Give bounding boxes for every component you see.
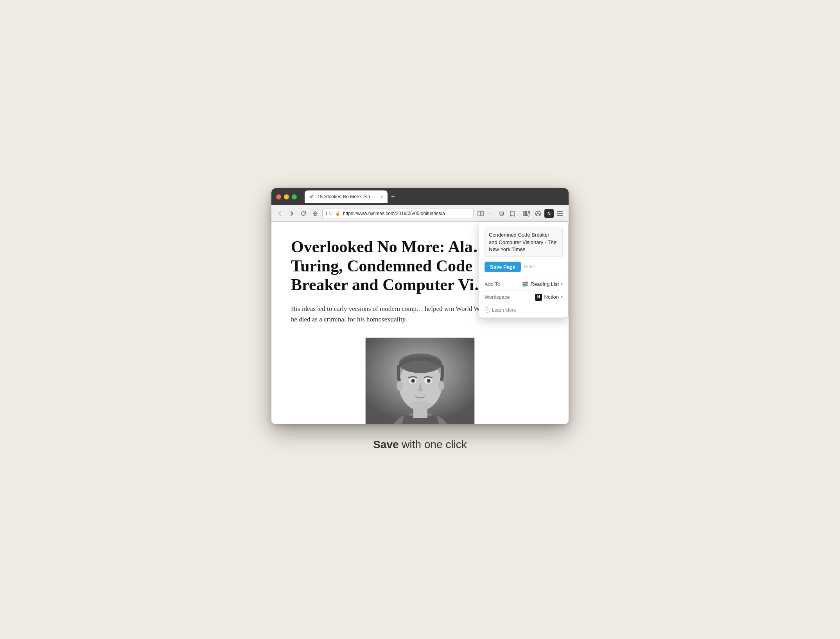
svg-rect-2 [481, 211, 483, 216]
popup-save-row: Save Page Enter [485, 262, 563, 272]
info-icon: ℹ [326, 211, 327, 216]
tab-favicon: 𝒯 [309, 194, 315, 199]
svg-rect-24 [413, 406, 427, 418]
reading-list-icon [522, 282, 528, 287]
toolbar: ℹ 🛡 🔒 https://www.nytimes.com/2019/06/05… [271, 205, 569, 222]
notion-workspace-selector[interactable]: N Notion ▾ [535, 294, 563, 301]
turing-portrait [366, 338, 475, 424]
save-page-button[interactable]: Save Page [485, 262, 521, 272]
svg-point-16 [438, 381, 444, 390]
reading-list-selector[interactable]: Reading List ▾ [522, 281, 563, 287]
notion-extension-button[interactable]: N [544, 209, 554, 218]
new-tab-button[interactable]: + [391, 193, 395, 200]
svg-rect-0 [314, 214, 316, 215]
bookmark-button[interactable] [508, 209, 517, 218]
lock-icon: 🔒 [335, 211, 341, 216]
tab-bar: 𝒯 Overlooked No More: Alan Turin... × + [305, 190, 564, 203]
menu-button[interactable] [555, 209, 565, 218]
reading-list-label: Reading List [531, 281, 559, 287]
more-button[interactable]: ··· [487, 209, 495, 218]
active-tab[interactable]: 𝒯 Overlooked No More: Alan Turin... × [305, 190, 388, 203]
title-bar: 𝒯 Overlooked No More: Alan Turin... × + [271, 188, 569, 205]
learn-more-icon: ? [485, 307, 490, 313]
minimize-window-button[interactable] [284, 194, 289, 199]
notion-popup: Condemned Code Breaker and Computer Visi… [479, 222, 569, 318]
reader-mode-button[interactable] [476, 209, 485, 218]
bottom-save-bold: Save [373, 438, 398, 451]
tab-close-button[interactable]: × [381, 194, 383, 199]
profile-button[interactable] [533, 209, 543, 218]
browser-window: 𝒯 Overlooked No More: Alan Turin... × + [271, 188, 569, 424]
tab-title: Overlooked No More: Alan Turin... [318, 194, 376, 199]
svg-rect-4 [526, 211, 527, 216]
bottom-caption: Save with one click [373, 438, 467, 451]
pocket-button[interactable] [497, 209, 506, 218]
home-button[interactable] [311, 209, 320, 218]
article-subtitle: His ideas led to early versions of moder… [291, 303, 510, 325]
article-image-container [365, 337, 475, 424]
shield-icon: 🛡 [329, 211, 334, 216]
outer-wrapper: 𝒯 Overlooked No More: Alan Turin... × + [271, 188, 569, 451]
article-photo [366, 338, 475, 424]
toolbar-right: ··· [476, 209, 565, 218]
add-to-row: Add To Reading List ▾ [485, 278, 563, 290]
address-security-icons: ℹ 🛡 🔒 [326, 211, 341, 216]
learn-more-label: Learn More [492, 307, 516, 313]
add-to-label: Add To [485, 281, 500, 287]
notion-workspace-label: Notion [544, 294, 559, 300]
library-button[interactable] [522, 209, 532, 218]
reading-list-chevron: ▾ [561, 282, 563, 286]
learn-more-row[interactable]: ? Learn More [485, 304, 563, 314]
workspace-label: Workspace [485, 294, 510, 300]
workspace-row: Workspace N Notion ▾ [485, 290, 563, 304]
address-bar[interactable]: ℹ 🛡 🔒 https://www.nytimes.com/2019/06/05… [322, 208, 474, 219]
notion-workspace-chevron: ▾ [561, 295, 563, 299]
page-content: Condemned Code Breaker and Computer Visi… [271, 222, 569, 424]
svg-point-6 [537, 212, 539, 214]
article-title: Overlooked No More: Ala… Turing, Condemn… [291, 237, 494, 294]
forward-button[interactable] [287, 209, 296, 218]
enter-hint: Enter [524, 264, 535, 269]
reload-button[interactable] [299, 209, 308, 218]
url-text: https://www.nytimes.com/2019/06/05/obitu… [343, 211, 445, 216]
svg-rect-3 [524, 211, 525, 216]
svg-point-22 [428, 380, 430, 381]
article-image-wrapper [291, 337, 549, 424]
maximize-window-button[interactable] [292, 194, 297, 199]
close-window-button[interactable] [276, 194, 281, 199]
svg-point-15 [397, 381, 403, 390]
notion-workspace-icon: N [535, 294, 542, 301]
popup-page-title: Condemned Code Breaker and Computer Visi… [485, 228, 563, 257]
back-button[interactable] [275, 209, 285, 218]
traffic-lights [276, 194, 297, 199]
svg-rect-1 [478, 211, 480, 216]
notion-icon: N [547, 211, 551, 216]
bottom-save-rest: with one click [399, 438, 467, 451]
svg-point-21 [413, 380, 414, 381]
